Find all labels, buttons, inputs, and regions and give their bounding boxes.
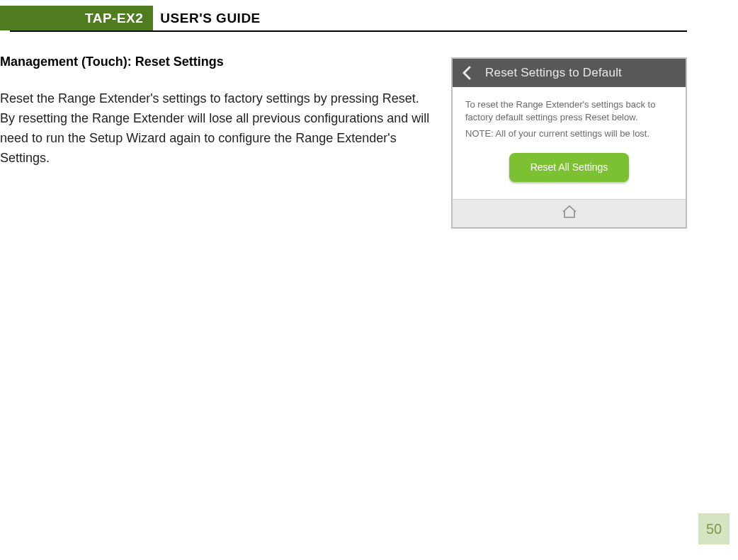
section-body: Reset the Range Extender's settings to f… <box>0 89 434 168</box>
document-title: USER'S GUIDE <box>153 6 738 30</box>
section-title: Management (Touch): Reset Settings <box>0 55 434 69</box>
screenshot-title: Reset Settings to Default <box>481 66 686 80</box>
screenshot-body: To reset the Range Extender's settings b… <box>453 87 686 199</box>
home-button[interactable] <box>562 205 577 222</box>
chevron-left-icon <box>462 66 472 80</box>
screenshot-footer <box>453 199 686 227</box>
screenshot-instruction: To reset the Range Extender's settings b… <box>465 98 673 123</box>
home-icon <box>562 205 577 219</box>
page-number: 50 <box>698 513 730 544</box>
touch-screenshot: Reset Settings to Default To reset the R… <box>451 57 687 229</box>
reset-all-settings-button[interactable]: Reset All Settings <box>509 153 630 182</box>
document-header: TAP-EX2 USER'S GUIDE <box>0 6 738 30</box>
product-badge: TAP-EX2 <box>0 6 153 30</box>
screenshot-note: NOTE: All of your current settings will … <box>465 127 673 140</box>
screenshot-titlebar: Reset Settings to Default <box>453 59 686 87</box>
back-button[interactable] <box>453 59 481 87</box>
